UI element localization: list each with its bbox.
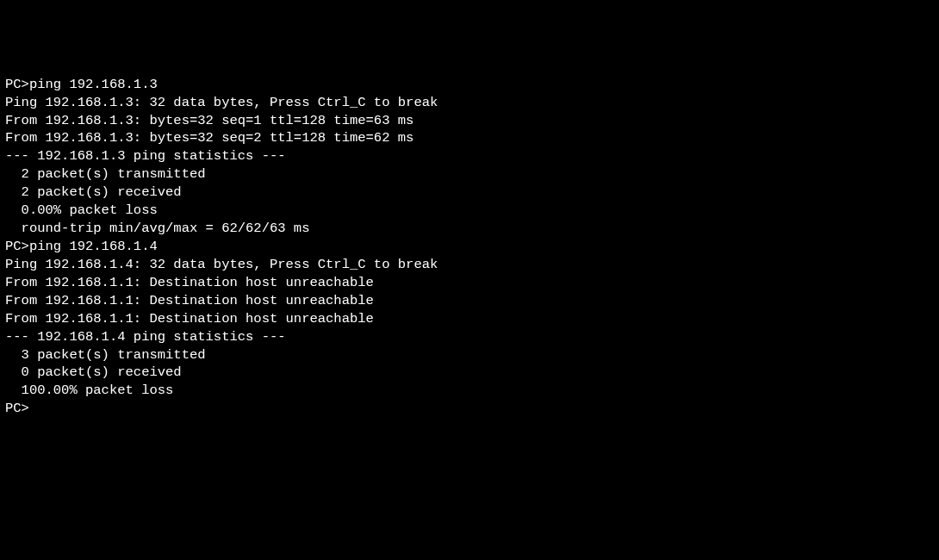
- output-line: 2 packet(s) transmitted: [5, 165, 934, 184]
- command-line: PC>ping 192.168.1.4: [5, 238, 934, 256]
- output-line: From 192.168.1.1: Destination host unrea…: [5, 310, 934, 328]
- output-line: 0.00% packet loss: [5, 202, 934, 220]
- output-line: round-trip min/avg/max = 62/62/63 ms: [5, 220, 934, 238]
- output-line: 2 packet(s) received: [5, 184, 934, 202]
- prompt-line[interactable]: PC>: [5, 400, 934, 418]
- output-line: 3 packet(s) transmitted: [5, 346, 934, 364]
- output-line: --- 192.168.1.3 ping statistics ---: [5, 147, 934, 165]
- output-line: From 192.168.1.3: bytes=32 seq=1 ttl=128…: [5, 112, 934, 130]
- command-line: PC>ping 192.168.1.3: [5, 76, 934, 94]
- output-line: Ping 192.168.1.4: 32 data bytes, Press C…: [5, 256, 934, 274]
- output-line: 0 packet(s) received: [5, 364, 934, 382]
- output-line: 100.00% packet loss: [5, 382, 934, 400]
- output-line: From 192.168.1.1: Destination host unrea…: [5, 274, 934, 292]
- output-line: From 192.168.1.3: bytes=32 seq=2 ttl=128…: [5, 129, 934, 147]
- terminal-window[interactable]: PC>ping 192.168.1.3Ping 192.168.1.3: 32 …: [5, 76, 934, 419]
- output-line: --- 192.168.1.4 ping statistics ---: [5, 328, 934, 346]
- output-line: Ping 192.168.1.3: 32 data bytes, Press C…: [5, 94, 934, 112]
- output-line: From 192.168.1.1: Destination host unrea…: [5, 292, 934, 310]
